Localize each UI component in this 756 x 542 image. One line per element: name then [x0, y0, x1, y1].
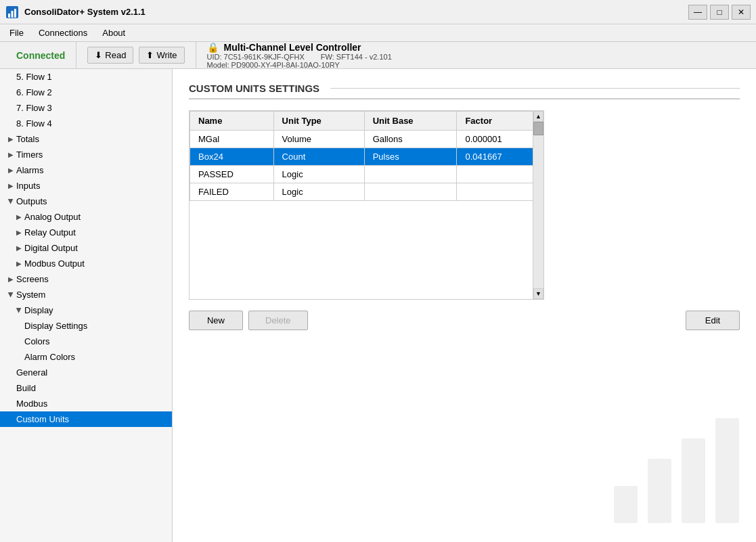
- sidebar-item-display-settings[interactable]: Display Settings: [0, 318, 172, 334]
- cell-factor-1: 0.041667: [457, 148, 543, 166]
- custom-units-table: Name Unit Type Unit Base Factor MGalVolu…: [190, 111, 543, 201]
- table-row[interactable]: Box24CountPulses0.041667: [190, 148, 543, 166]
- flow4-label: 8. Flow 4: [16, 118, 52, 129]
- table-row[interactable]: PASSEDLogic: [190, 166, 543, 183]
- connection-status: Connected: [16, 50, 65, 61]
- sidebar-item-inputs[interactable]: ▶ Inputs: [0, 178, 172, 194]
- title-bar-controls[interactable]: — □ ✕: [688, 5, 751, 20]
- menu-about[interactable]: About: [95, 26, 132, 39]
- content-area: CUSTOM UNITS SETTINGS Name Unit Type Uni…: [173, 69, 756, 542]
- write-button[interactable]: ⬆ Write: [139, 47, 184, 64]
- timers-expand-icon: ▶: [8, 151, 14, 158]
- flow2-label: 6. Flow 2: [16, 87, 52, 97]
- device-uid: UID: 7C51-961K-9KJF-QFHX: [207, 53, 305, 61]
- app-title: ConsoliDator+ System v2.1.1: [24, 7, 146, 17]
- sidebar-item-colors[interactable]: Colors: [0, 334, 172, 349]
- modbus-output-label: Modbus Output: [24, 258, 85, 269]
- screens-label: Screens: [16, 274, 49, 284]
- cell-unitType-2: Logic: [273, 166, 364, 183]
- minimize-button[interactable]: —: [688, 5, 707, 20]
- maximize-button[interactable]: □: [710, 5, 729, 20]
- sidebar-item-flow2[interactable]: 6. Flow 2: [0, 85, 172, 100]
- menu-bar: File Connections About: [0, 24, 756, 42]
- sidebar-item-custom-units[interactable]: Custom Units: [0, 411, 172, 427]
- new-button[interactable]: New: [189, 311, 243, 330]
- scroll-down-button[interactable]: ▼: [533, 288, 543, 299]
- digital-output-expand-icon: ▶: [16, 244, 22, 252]
- sidebar-item-flow3[interactable]: 7. Flow 3: [0, 100, 172, 116]
- flow3-label: 7. Flow 3: [16, 103, 52, 113]
- action-buttons: New Delete Edit: [189, 311, 740, 330]
- col-unit-base: Unit Base: [364, 112, 457, 131]
- cell-name-1: Box24: [190, 148, 274, 166]
- sidebar-item-flow1[interactable]: 5. Flow 1: [0, 69, 172, 85]
- menu-file[interactable]: File: [3, 26, 30, 39]
- scroll-track[interactable]: [533, 122, 543, 288]
- sidebar-item-alarm-colors[interactable]: Alarm Colors: [0, 349, 172, 365]
- display-label: Display: [24, 305, 53, 315]
- read-button[interactable]: ⬇ Read: [87, 47, 133, 64]
- svg-rect-3: [14, 9, 16, 18]
- display-expand-icon: ▶: [16, 308, 23, 313]
- cell-unitType-3: Logic: [273, 183, 364, 201]
- sidebar-item-general[interactable]: General: [0, 365, 172, 380]
- connection-section: Connected: [5, 42, 76, 68]
- section-title: CUSTOM UNITS SETTINGS: [189, 83, 740, 99]
- digital-output-label: Digital Output: [24, 243, 78, 253]
- write-label: Write: [156, 50, 177, 60]
- table-row[interactable]: FAILEDLogic: [190, 183, 543, 201]
- modbus-output-expand-icon: ▶: [16, 260, 22, 267]
- main-layout: 5. Flow 1 6. Flow 2 7. Flow 3 8. Flow 4 …: [0, 69, 756, 542]
- sidebar-item-system[interactable]: ▶ System: [0, 287, 172, 302]
- scroll-up-button[interactable]: ▲: [533, 111, 543, 122]
- cell-unitBase-1: Pulses: [364, 148, 457, 166]
- cell-unitBase-0: Gallons: [364, 131, 457, 148]
- sidebar-item-digital-output[interactable]: ▶ Digital Output: [0, 240, 172, 256]
- device-model: Model: PD9000-XY-4PI-8AI-10AO-10RY: [207, 61, 392, 69]
- sidebar-item-modbus-output[interactable]: ▶ Modbus Output: [0, 256, 172, 271]
- inputs-label: Inputs: [16, 181, 40, 191]
- table-row[interactable]: MGalVolumeGallons0.000001: [190, 131, 543, 148]
- flow1-label: 5. Flow 1: [16, 72, 52, 82]
- svg-rect-7: [715, 418, 739, 523]
- sidebar-item-timers[interactable]: ▶ Timers: [0, 147, 172, 162]
- close-button[interactable]: ✕: [732, 5, 751, 20]
- system-label: System: [16, 290, 45, 300]
- sidebar-item-screens[interactable]: ▶ Screens: [0, 271, 172, 287]
- sidebar-item-build[interactable]: Build: [0, 380, 172, 396]
- table-header: Name Unit Type Unit Base Factor: [190, 112, 543, 131]
- sidebar-item-alarms[interactable]: ▶ Alarms: [0, 162, 172, 178]
- menu-connections[interactable]: Connections: [32, 26, 94, 39]
- general-label: General: [16, 367, 47, 378]
- col-factor: Factor: [457, 112, 543, 131]
- sidebar-item-flow4[interactable]: 8. Flow 4: [0, 116, 172, 131]
- sidebar-item-modbus[interactable]: Modbus: [0, 396, 172, 411]
- alarm-colors-label: Alarm Colors: [24, 352, 75, 362]
- sidebar-item-analog-output[interactable]: ▶ Analog Output: [0, 209, 172, 225]
- table-scrollbar[interactable]: ▲ ▼: [533, 111, 543, 299]
- analog-output-label: Analog Output: [24, 212, 81, 222]
- device-fw: FW: SFT144 - v2.101: [321, 53, 392, 61]
- scroll-thumb[interactable]: [533, 122, 543, 135]
- delete-button[interactable]: Delete: [248, 311, 308, 330]
- alarms-expand-icon: ▶: [8, 166, 14, 174]
- inputs-expand-icon: ▶: [8, 182, 14, 189]
- relay-output-label: Relay Output: [24, 227, 76, 238]
- sidebar-item-display[interactable]: ▶ Display: [0, 302, 172, 318]
- screens-expand-icon: ▶: [8, 275, 14, 283]
- cell-unitType-1: Count: [273, 148, 364, 166]
- totals-label: Totals: [16, 134, 39, 144]
- sidebar-item-outputs[interactable]: ▶ Outputs: [0, 194, 172, 209]
- watermark: [607, 405, 742, 528]
- sidebar-item-relay-output[interactable]: ▶ Relay Output: [0, 225, 172, 240]
- outputs-label: Outputs: [16, 196, 47, 206]
- sidebar-item-totals[interactable]: ▶ Totals: [0, 131, 172, 147]
- cell-factor-3: [457, 183, 543, 201]
- edit-button[interactable]: Edit: [686, 311, 740, 330]
- device-details: UID: 7C51-961K-9KJF-QFHX FW: SFT144 - v2…: [207, 53, 392, 61]
- toolbar-buttons: ⬇ Read ⬆ Write: [76, 47, 195, 64]
- lock-icon: 🔒: [207, 42, 219, 53]
- toolbar: Connected ⬇ Read ⬆ Write 🔒 Multi-Channel…: [0, 42, 756, 69]
- modbus-label: Modbus: [16, 399, 47, 409]
- alarms-label: Alarms: [16, 165, 43, 175]
